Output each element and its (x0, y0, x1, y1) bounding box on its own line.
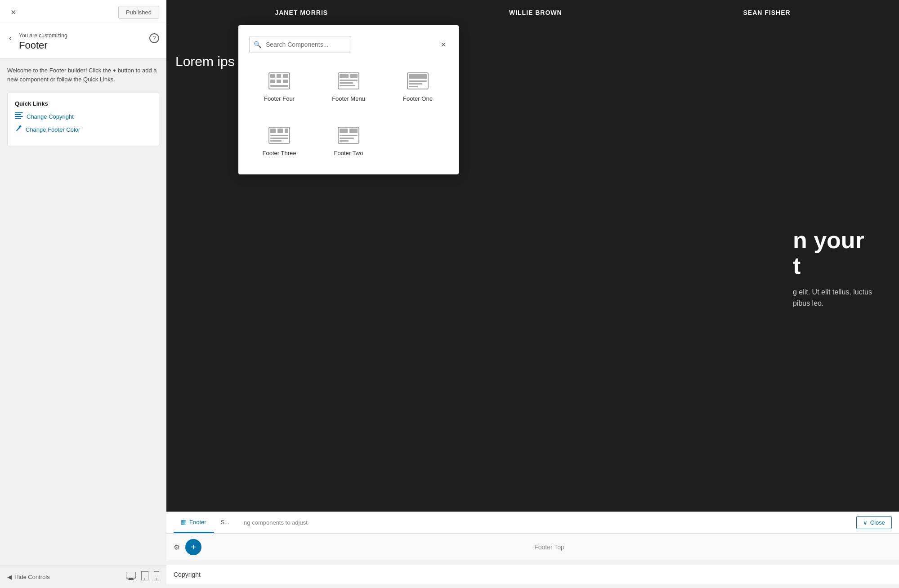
modal-close-button[interactable]: × (439, 38, 448, 52)
brush-icon (15, 125, 22, 134)
svg-rect-13 (270, 74, 275, 78)
mobile-icon[interactable] (154, 571, 159, 583)
svg-point-9 (144, 579, 145, 579)
close-button[interactable]: × (7, 5, 20, 19)
svg-rect-27 (409, 74, 427, 79)
component-footer-two[interactable]: Footer Two (318, 118, 379, 164)
svg-rect-37 (270, 140, 282, 142)
tablet-icon[interactable] (141, 571, 148, 583)
change-footer-color-label: Change Footer Color (26, 126, 80, 133)
svg-rect-28 (409, 80, 427, 82)
svg-point-11 (156, 579, 157, 579)
sidebar-header: ‹ You are customizing Footer ? (0, 25, 166, 59)
svg-rect-21 (340, 74, 349, 78)
svg-rect-0 (15, 112, 23, 113)
svg-rect-22 (350, 74, 358, 78)
svg-rect-42 (340, 138, 354, 139)
svg-rect-36 (270, 138, 288, 139)
device-icons (126, 571, 159, 583)
main-preview: JANET MORRIS WILLIE BROWN SEAN FISHER Lo… (166, 0, 899, 588)
hide-controls-label: Hide Controls (14, 574, 50, 580)
svg-rect-5 (126, 572, 136, 578)
component-footer-one[interactable]: Footer One (388, 64, 448, 109)
change-copyright-label: Change Copyright (27, 113, 74, 120)
sidebar-top-bar: × Published (0, 0, 166, 25)
welcome-text: Welcome to the Footer builder! Click the… (7, 66, 159, 84)
footer-one-label: Footer One (403, 95, 433, 102)
component-footer-menu[interactable]: Footer Menu (318, 64, 379, 109)
copyright-icon (15, 112, 23, 120)
svg-rect-6 (129, 578, 133, 579)
svg-rect-14 (277, 74, 281, 78)
quick-links-box: Quick Links Change Copyright (7, 93, 159, 146)
desktop-icon[interactable] (126, 571, 136, 583)
footer-one-icon (406, 71, 429, 91)
svg-rect-7 (128, 579, 134, 580)
svg-rect-30 (409, 86, 418, 87)
svg-rect-2 (15, 116, 23, 117)
svg-rect-32 (270, 129, 276, 133)
customizing-label: You are customizing (19, 32, 144, 39)
svg-rect-18 (283, 80, 288, 83)
sidebar: × Published ‹ You are customizing Footer… (0, 0, 166, 588)
quick-link-footer-color[interactable]: Change Footer Color (15, 125, 152, 134)
hide-controls-arrow: ◀ (7, 574, 12, 580)
published-button[interactable]: Published (118, 6, 159, 19)
svg-rect-1 (15, 114, 21, 115)
svg-rect-29 (409, 83, 422, 85)
footer-four-label: Footer Four (264, 95, 295, 102)
hide-controls-button[interactable]: ◀ Hide Controls (7, 574, 50, 580)
component-footer-four[interactable]: Footer Four (249, 64, 309, 109)
footer-two-label: Footer Two (334, 150, 363, 156)
footer-menu-icon (337, 71, 360, 91)
svg-rect-17 (277, 80, 281, 83)
svg-rect-40 (349, 129, 358, 133)
svg-rect-39 (340, 129, 348, 133)
footer-four-icon (268, 71, 291, 91)
modal-overlay: 🔍 × (166, 0, 899, 588)
search-wrap: 🔍 (249, 36, 434, 53)
footer-three-label: Footer Three (263, 150, 296, 156)
modal-search-row: 🔍 × (249, 36, 448, 53)
help-icon[interactable]: ? (149, 33, 159, 43)
svg-rect-15 (283, 74, 288, 78)
svg-rect-34 (285, 129, 288, 133)
component-footer-three[interactable]: Footer Three (249, 118, 309, 164)
footer-two-icon (337, 125, 360, 145)
svg-rect-41 (340, 135, 358, 136)
footer-menu-label: Footer Menu (332, 95, 365, 102)
sidebar-header-content: You are customizing Footer (19, 32, 144, 51)
svg-rect-43 (340, 140, 349, 142)
components-modal: 🔍 × (238, 25, 459, 174)
svg-rect-23 (340, 80, 358, 81)
svg-rect-3 (15, 118, 21, 119)
footer-three-icon (268, 125, 291, 145)
svg-rect-35 (270, 135, 288, 136)
svg-rect-16 (270, 80, 275, 83)
search-icon: 🔍 (254, 41, 261, 48)
back-button[interactable]: ‹ (7, 33, 13, 43)
svg-rect-25 (340, 85, 355, 86)
components-grid: Footer Four Footer Menu (249, 64, 448, 164)
svg-rect-33 (277, 129, 283, 133)
sidebar-body: Welcome to the Footer builder! Click the… (0, 59, 166, 566)
sidebar-footer: ◀ Hide Controls (0, 566, 166, 588)
svg-rect-19 (270, 85, 288, 87)
quick-links-title: Quick Links (15, 100, 152, 107)
quick-link-copyright[interactable]: Change Copyright (15, 112, 152, 120)
search-components-input[interactable] (249, 36, 351, 53)
customizing-title: Footer (19, 40, 144, 51)
svg-rect-24 (340, 82, 353, 84)
